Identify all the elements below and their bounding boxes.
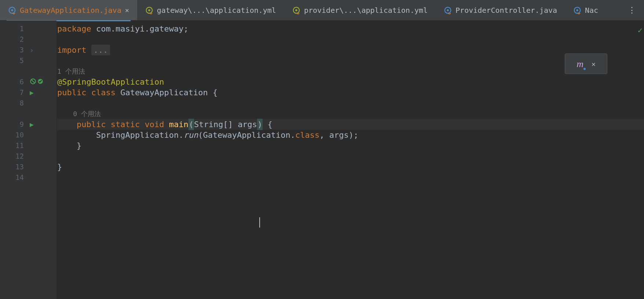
kw-class: class (91, 87, 116, 98)
run-gutter-icon[interactable]: ▶ (30, 87, 34, 98)
ide-root: GatewayApplication.java✕gateway\...\appl… (0, 0, 644, 299)
editor-tabbar: GatewayApplication.java✕gateway\...\appl… (0, 0, 644, 21)
line-number: 8 (0, 98, 28, 108)
kw-static: static (111, 119, 140, 130)
svg-point-9 (576, 9, 578, 11)
kw-import: import (57, 45, 86, 55)
line-number: 13 (0, 162, 28, 172)
editor-tab[interactable]: provider\...\application.yml (284, 0, 436, 20)
kw-public: public (77, 119, 106, 130)
java-class-icon (444, 6, 452, 14)
line-number: 5 (0, 55, 28, 66)
coverage-icon[interactable] (30, 77, 36, 87)
line-number: 10 (0, 130, 28, 140)
usage-inlay[interactable]: 0 个用法 (73, 108, 101, 119)
kw-package: package (57, 23, 91, 34)
svg-point-5 (295, 9, 297, 11)
run-gutter-icon[interactable]: ▶ (30, 119, 34, 130)
method-call: run (183, 130, 198, 140)
code-text: } (57, 162, 62, 172)
annotation: @SpringBootApplication (57, 77, 164, 87)
editor-tab[interactable]: gateway\...\application.yml (137, 0, 284, 20)
code-area[interactable]: package com.masiyi.gateway; import ... 1… (56, 21, 644, 299)
editor-tab[interactable]: Nac (565, 0, 606, 20)
coverage-check-icon[interactable] (37, 77, 44, 87)
yaml-file-icon (145, 6, 153, 14)
tab-label: GatewayApplication.java (20, 6, 121, 15)
line-number: 12 (0, 151, 28, 162)
class-name: GatewayApplication (120, 87, 208, 98)
editor: ✓ m ✕ 1 2 3› 5 6 7▶ 8 9▶ 10 11 12 13 14 (0, 21, 644, 299)
code-text: (GatewayApplication. (198, 130, 295, 140)
line-number: 7 (0, 87, 28, 98)
java-class-icon (573, 6, 581, 14)
tab-label: provider\...\application.yml (304, 6, 428, 15)
close-tab-icon[interactable]: ✕ (125, 6, 129, 14)
usage-inlay[interactable]: 1 个用法 (57, 66, 85, 77)
code-text: , args); (319, 130, 358, 140)
code-text: } (77, 140, 81, 151)
yaml-file-icon (292, 6, 300, 14)
svg-point-3 (148, 9, 150, 11)
tab-overflow-icon[interactable]: ⋮ (625, 4, 639, 16)
paren: ( (189, 119, 194, 130)
line-number: 3 (0, 45, 28, 55)
method-name: main (169, 119, 189, 130)
line-number: 9 (0, 119, 28, 130)
line-number: 6 (0, 77, 28, 87)
tab-label: gateway\...\application.yml (157, 6, 276, 15)
kw-class-literal: class (295, 130, 319, 140)
editor-tab[interactable]: ProviderController.java (436, 0, 565, 20)
svg-point-1 (11, 9, 13, 11)
svg-line-11 (32, 80, 35, 83)
kw-void: void (144, 119, 164, 130)
fold-toggle-icon[interactable]: › (30, 45, 34, 55)
kw-public: public (57, 87, 86, 98)
code-text: { (208, 87, 218, 98)
code-text: SpringApplication. (96, 130, 183, 140)
line-number: 2 (0, 34, 28, 45)
code-text: { (263, 119, 272, 130)
tab-label: Nac (585, 6, 598, 15)
paren: ) (257, 119, 263, 130)
code-text: com.masiyi.gateway; (91, 23, 189, 34)
svg-point-7 (447, 9, 449, 11)
line-number: 11 (0, 140, 28, 151)
tab-label: ProviderController.java (455, 6, 557, 15)
code-text: String[] args (194, 119, 257, 130)
folded-region[interactable]: ... (91, 45, 110, 55)
editor-tab[interactable]: GatewayApplication.java✕ (0, 0, 137, 20)
line-number: 14 (0, 172, 28, 183)
line-number: 1 (0, 23, 28, 34)
java-class-icon (8, 6, 16, 14)
gutter: 1 2 3› 5 6 7▶ 8 9▶ 10 11 12 13 14 (0, 21, 56, 299)
text-cursor (259, 217, 260, 228)
